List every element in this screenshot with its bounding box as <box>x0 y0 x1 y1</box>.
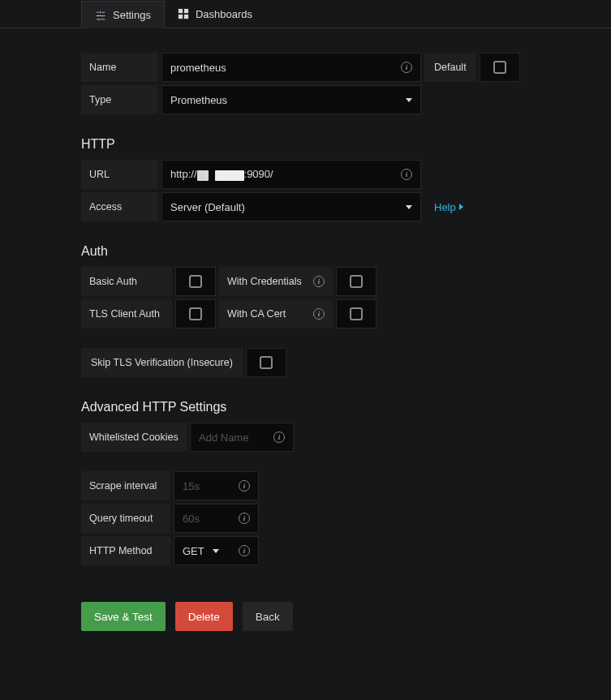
with-credentials-checkbox[interactable] <box>336 267 376 296</box>
scrape-interval-label: Scrape interval <box>81 471 170 500</box>
checkbox-icon <box>493 61 506 74</box>
svg-rect-2 <box>179 15 183 19</box>
info-icon[interactable]: i <box>401 169 412 180</box>
basic-auth-checkbox[interactable] <box>175 267 216 296</box>
action-buttons: Save & Test Delete Back <box>81 602 527 631</box>
skip-tls-checkbox[interactable] <box>246 348 286 377</box>
access-label: Access <box>81 192 158 221</box>
checkbox-icon <box>189 275 202 288</box>
chevron-down-icon <box>213 549 219 553</box>
checkbox-icon <box>350 307 363 320</box>
checkbox-icon <box>260 356 273 369</box>
info-icon[interactable]: i <box>313 308 325 320</box>
grid-icon <box>178 8 189 19</box>
chevron-down-icon <box>406 205 412 209</box>
chevron-right-icon <box>459 204 463 210</box>
info-icon[interactable]: i <box>273 432 285 443</box>
scrape-interval-input[interactable] <box>183 480 223 492</box>
advanced-section-title: Advanced HTTP Settings <box>81 400 527 414</box>
type-value: Prometheus <box>170 94 227 106</box>
save-test-button[interactable]: Save & Test <box>81 602 166 631</box>
basic-auth-label: Basic Auth <box>81 267 172 296</box>
checkbox-icon <box>189 307 202 320</box>
tab-settings[interactable]: Settings <box>81 1 165 28</box>
with-ca-cert-label: With CA Cert i <box>219 299 333 329</box>
http-method-select[interactable]: GET i <box>174 536 259 565</box>
scrape-interval-input-wrap: i <box>174 471 259 500</box>
default-checkbox[interactable] <box>480 53 520 82</box>
http-method-label: HTTP Method <box>81 536 170 565</box>
url-input-wrap[interactable]: http://:9090/ i <box>161 160 421 189</box>
whitelisted-cookies-label: Whitelisted Cookies <box>81 423 187 452</box>
name-input[interactable] <box>170 62 412 74</box>
tab-bar: Settings Dashboards <box>0 0 611 28</box>
info-icon[interactable]: i <box>401 62 412 73</box>
query-timeout-label: Query timeout <box>81 504 170 533</box>
info-icon[interactable]: i <box>239 480 250 492</box>
back-button[interactable]: Back <box>243 602 293 631</box>
auth-section-title: Auth <box>81 244 527 259</box>
name-label: Name <box>81 53 158 82</box>
tls-client-auth-label: TLS Client Auth <box>81 299 172 329</box>
access-select[interactable]: Server (Default) <box>161 192 421 221</box>
http-section-title: HTTP <box>81 137 527 152</box>
default-label: Default <box>424 53 476 82</box>
name-input-wrap: i <box>161 53 421 82</box>
info-icon[interactable]: i <box>313 276 325 287</box>
info-icon[interactable]: i <box>239 513 250 524</box>
type-select[interactable]: Prometheus <box>161 85 421 114</box>
svg-rect-0 <box>179 9 183 13</box>
tab-label: Settings <box>113 9 151 21</box>
type-label: Type <box>81 85 158 114</box>
info-icon[interactable]: i <box>239 545 250 556</box>
http-method-value: GET <box>183 545 204 557</box>
with-credentials-label: With Credentials i <box>219 267 333 296</box>
svg-rect-3 <box>184 15 188 19</box>
help-link[interactable]: Help <box>424 192 473 221</box>
url-label: URL <box>81 160 158 189</box>
tab-dashboards[interactable]: Dashboards <box>165 0 265 28</box>
delete-button[interactable]: Delete <box>175 602 233 631</box>
tab-label: Dashboards <box>196 8 252 20</box>
sliders-icon <box>95 10 106 21</box>
query-timeout-input[interactable] <box>183 513 223 525</box>
whitelisted-cookies-input-wrap: i <box>190 423 294 452</box>
chevron-down-icon <box>406 98 412 102</box>
whitelisted-cookies-input[interactable] <box>199 432 256 444</box>
url-value: http://:9090/ <box>170 168 412 180</box>
checkbox-icon <box>350 275 363 288</box>
with-ca-cert-checkbox[interactable] <box>336 299 376 329</box>
tls-client-auth-checkbox[interactable] <box>175 299 216 329</box>
query-timeout-input-wrap: i <box>174 504 259 533</box>
skip-tls-label: Skip TLS Verification (Insecure) <box>81 348 243 377</box>
access-value: Server (Default) <box>170 201 245 213</box>
svg-rect-1 <box>184 9 188 13</box>
